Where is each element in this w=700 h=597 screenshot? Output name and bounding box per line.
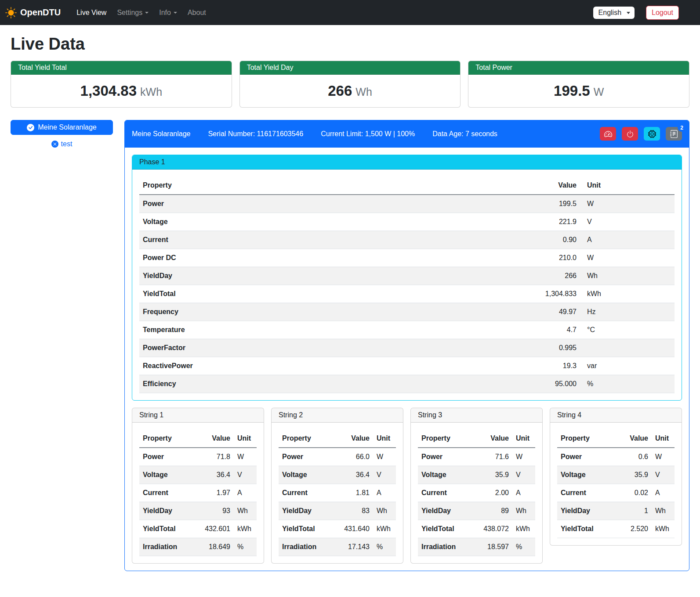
value-cell: 49.97: [527, 303, 580, 321]
unit-cell: V: [652, 466, 675, 484]
logout-button[interactable]: Logout: [646, 6, 679, 20]
table-row: Voltage35.9V: [418, 466, 535, 484]
phase-card: Phase 1 Property Value Unit: [132, 155, 682, 401]
value-cell: 4.7: [527, 321, 580, 339]
inverter-action-buttons: 2: [600, 127, 682, 141]
unit-cell: W: [373, 448, 396, 466]
table-row: YieldTotal431.640kWh: [279, 520, 396, 538]
table-row: YieldDay1Wh: [557, 502, 675, 520]
property-cell: Power: [279, 448, 334, 466]
table-row: Power71.8W: [139, 448, 257, 466]
table-row: Current0.90A: [139, 231, 675, 249]
unit-cell: V: [580, 213, 675, 231]
event-count-badge: 2: [678, 123, 686, 132]
table-row: Efficiency95.000%: [139, 375, 675, 393]
card-title: Total Yield Total: [11, 61, 232, 75]
nav-about-label: About: [188, 9, 206, 17]
journal-list-icon: [670, 130, 678, 138]
inverter-card: Meine Solaranlage Serial Number: 1161716…: [124, 120, 689, 571]
nav-settings-label: Settings: [117, 9, 142, 17]
total-power-card: Total Power 199.5W: [468, 61, 689, 108]
inverter-button-meine-solaranlage[interactable]: Meine Solaranlage: [11, 120, 113, 135]
property-cell: Voltage: [418, 466, 473, 484]
value-cell: 438.072: [473, 520, 512, 538]
property-cell: YieldTotal: [418, 520, 473, 538]
value-cell: 221.9: [527, 213, 580, 231]
unit-cell: V: [234, 466, 257, 484]
table-row: Power66.0W: [279, 448, 396, 466]
table-row: Frequency49.97Hz: [139, 303, 675, 321]
table-row: YieldDay266Wh: [139, 267, 675, 285]
table-row: Temperature4.7°C: [139, 321, 675, 339]
table-row: Current2.00A: [418, 484, 535, 502]
nav-settings[interactable]: Settings: [113, 5, 152, 20]
limit-settings-button[interactable]: [600, 127, 616, 141]
property-cell: PowerFactor: [139, 339, 527, 357]
brand-label: OpenDTU: [20, 7, 61, 18]
value-cell: 1.97: [194, 484, 234, 502]
value-cell: 1.81: [334, 484, 373, 502]
inverter-serial: Serial Number: 116171603546: [208, 130, 303, 138]
brand[interactable]: OpenDTU: [5, 7, 61, 18]
event-log-button[interactable]: 2: [666, 127, 682, 141]
column-header-property: Property: [557, 430, 612, 448]
check-circle-icon: [27, 124, 34, 131]
total-yield-day-value: 266: [328, 83, 352, 99]
property-cell: Current: [418, 484, 473, 502]
inverter-button-test[interactable]: test: [11, 140, 113, 148]
nav-about[interactable]: About: [184, 5, 210, 20]
value-cell: 36.4: [194, 466, 234, 484]
inverter-button-label: Meine Solaranlage: [38, 123, 96, 131]
value-cell: 89: [473, 502, 512, 520]
language-selected-value: English: [598, 9, 621, 16]
nav-live-view[interactable]: Live View: [73, 5, 110, 20]
value-cell: 0.90: [527, 231, 580, 249]
summary-cards-row: Total Yield Total 1,304.83kWh Total Yiel…: [11, 61, 689, 108]
table-row: Power0.6W: [557, 448, 675, 466]
unit-cell: °C: [580, 321, 675, 339]
property-cell: YieldDay: [139, 267, 527, 285]
value-cell: 17.143: [334, 538, 373, 556]
value-cell: 1,304.833: [527, 285, 580, 303]
table-row: YieldTotal432.601kWh: [139, 520, 257, 538]
unit-cell: Wh: [652, 502, 675, 520]
string-2-card: String 2 Property Value Unit: [271, 408, 403, 564]
main-content: Live Data Total Yield Total 1,304.83kWh …: [0, 35, 700, 582]
unit-cell: kWh: [373, 520, 396, 538]
unit-cell: A: [373, 484, 396, 502]
total-power-unit: W: [594, 86, 604, 98]
card-title: Total Yield Day: [240, 61, 461, 75]
property-cell: Efficiency: [139, 375, 527, 393]
column-header-property: Property: [418, 430, 473, 448]
table-row: Voltage35.9V: [557, 466, 675, 484]
chevron-down-icon: [627, 12, 630, 14]
total-yield-total-value: 1,304.83: [80, 83, 137, 99]
table-header-row: Property Value Unit: [139, 430, 257, 448]
table-row: Current0.02A: [557, 484, 675, 502]
value-cell: 431.640: [334, 520, 373, 538]
device-info-button[interactable]: [644, 127, 660, 141]
value-cell: 266: [527, 267, 580, 285]
caret-down-icon: [145, 12, 149, 14]
value-cell: 18.649: [194, 538, 234, 556]
value-cell: 432.601: [194, 520, 234, 538]
property-cell: Irradiation: [418, 538, 473, 556]
language-select[interactable]: English: [593, 7, 635, 19]
power-settings-button[interactable]: [622, 127, 638, 141]
column-header-value: Value: [612, 430, 652, 448]
string-4-table: Property Value Unit Power0.6W Voltage35.…: [557, 430, 675, 538]
table-row: YieldTotal2.520kWh: [557, 520, 675, 538]
table-header-row: Property Value Unit: [557, 430, 675, 448]
property-cell: YieldTotal: [279, 520, 334, 538]
unit-cell: var: [580, 357, 675, 375]
value-cell: 71.8: [194, 448, 234, 466]
property-cell: Current: [139, 484, 194, 502]
table-row: Power DC210.0W: [139, 249, 675, 267]
table-row: ReactivePower19.3var: [139, 357, 675, 375]
unit-cell: Wh: [234, 502, 257, 520]
value-cell: 0.02: [612, 484, 652, 502]
property-cell: Frequency: [139, 303, 527, 321]
column-header-property: Property: [139, 177, 527, 195]
value-cell: 2.520: [612, 520, 652, 538]
nav-info[interactable]: Info: [156, 5, 181, 20]
